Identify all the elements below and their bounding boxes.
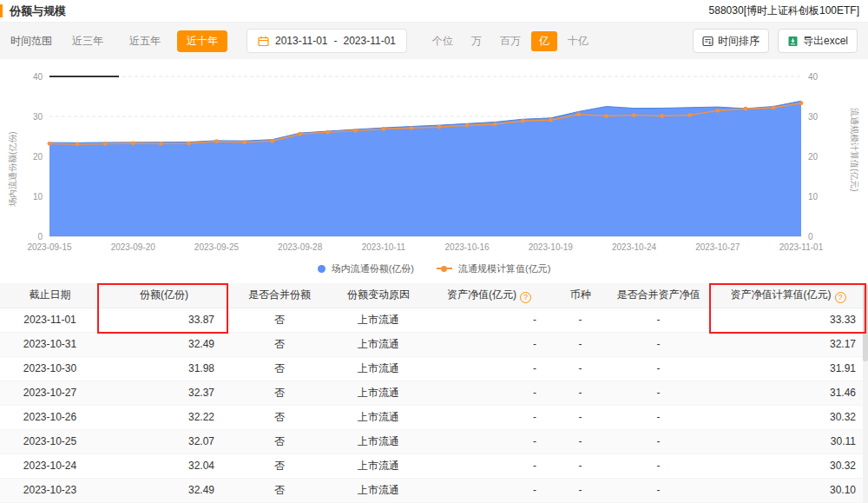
cell-merged-shares: 否 bbox=[228, 478, 331, 502]
column-header-merged-nav: 是否合并资产净值 bbox=[608, 283, 708, 308]
cell-change-reason: 上市流通 bbox=[331, 356, 426, 381]
legend-item-scale[interactable]: 流通规模计算值(亿元) bbox=[437, 262, 550, 275]
time-range-button-1[interactable]: 近五年 bbox=[120, 30, 170, 52]
column-header-end-date: 截止日期 bbox=[0, 283, 100, 308]
column-header-nav: 资产净值(亿元)? bbox=[426, 283, 552, 308]
svg-text:2023-09-20: 2023-09-20 bbox=[111, 242, 156, 252]
page-title: 份额与规模 bbox=[10, 3, 66, 19]
top-bar: 份额与规模 588030[博时上证科创板100ETF] bbox=[0, 0, 868, 23]
cell-shares: 32.37 bbox=[100, 381, 228, 405]
column-header-change-reason: 份额变动原因 bbox=[331, 283, 426, 308]
cell-merged-nav: - bbox=[608, 405, 708, 429]
cell-shares: 32.22 bbox=[100, 405, 228, 429]
cell-merged-nav: - bbox=[608, 453, 708, 478]
cell-end-date: 2023-10-27 bbox=[0, 381, 100, 405]
cell-shares: 32.49 bbox=[100, 332, 228, 356]
column-header-label: 份额变动原因 bbox=[347, 288, 410, 301]
date-end[interactable]: 2023-11-01 bbox=[344, 35, 397, 47]
time-range-button-0[interactable]: 近三年 bbox=[62, 30, 113, 52]
table-row: 2023-10-2332.49否上市流通---30.10 bbox=[0, 478, 868, 502]
time-range-label: 时间范围 bbox=[10, 34, 52, 49]
cell-change-reason: 上市流通 bbox=[331, 478, 426, 502]
cell-end-date: 2023-11-01 bbox=[0, 308, 100, 332]
table-row: 2023-11-0133.87否上市流通---33.33 bbox=[0, 308, 868, 332]
svg-text:40: 40 bbox=[808, 72, 819, 82]
cell-change-reason: 上市流通 bbox=[331, 429, 426, 453]
cell-shares: 32.04 bbox=[100, 453, 228, 478]
cell-currency: - bbox=[552, 453, 608, 478]
cell-change-reason: 上市流通 bbox=[331, 405, 426, 429]
chart-section: 0010102020303040402023-09-152023-09-2020… bbox=[0, 59, 868, 278]
cell-end-date: 2023-10-24 bbox=[0, 453, 100, 478]
unit-button-2[interactable]: 百万 bbox=[492, 31, 529, 51]
column-header-label: 截止日期 bbox=[30, 288, 71, 301]
cell-nav-calc: 30.32 bbox=[708, 405, 868, 429]
scrollbar[interactable] bbox=[863, 283, 868, 503]
export-excel-button[interactable]: 导出excel bbox=[778, 29, 858, 53]
cell-change-reason: 上市流通 bbox=[331, 453, 426, 478]
cell-merged-nav: - bbox=[608, 332, 708, 356]
cell-merged-shares: 否 bbox=[228, 332, 331, 356]
filter-bar: 时间范围 近三年近五年近十年 2013-11-01 - 2023-11-01 个… bbox=[0, 23, 868, 59]
legend-item-shares[interactable]: 场内流通份额(亿份) bbox=[318, 262, 414, 275]
svg-text:2023-09-28: 2023-09-28 bbox=[278, 242, 323, 252]
cell-end-date: 2023-10-23 bbox=[0, 478, 100, 502]
time-range-button-2[interactable]: 近十年 bbox=[177, 30, 227, 52]
cell-nav: - bbox=[426, 453, 552, 478]
cell-nav: - bbox=[426, 478, 552, 502]
cell-merged-shares: 否 bbox=[228, 453, 331, 478]
cell-end-date: 2023-10-26 bbox=[0, 405, 100, 429]
date-range-picker[interactable]: 2013-11-01 - 2023-11-01 bbox=[247, 29, 407, 53]
unit-button-3[interactable]: 亿 bbox=[531, 31, 557, 51]
cell-nav: - bbox=[426, 429, 552, 453]
time-sort-label: 时间排序 bbox=[718, 34, 760, 49]
table-row: 2023-10-3132.49否上市流通---32.17 bbox=[0, 332, 868, 356]
cell-end-date: 2023-10-31 bbox=[0, 332, 100, 356]
svg-text:2023-10-16: 2023-10-16 bbox=[445, 242, 490, 252]
cell-nav-calc: 30.10 bbox=[708, 478, 868, 502]
column-header-label: 是否合并资产净值 bbox=[617, 288, 700, 301]
table-header-row: 截止日期份额(亿份)是否合并份额份额变动原因资产净值(亿元)?币种是否合并资产净… bbox=[0, 283, 868, 308]
unit-button-1[interactable]: 万 bbox=[464, 31, 490, 51]
column-header-shares: 份额(亿份) bbox=[100, 283, 228, 308]
cell-shares: 32.07 bbox=[100, 429, 228, 453]
column-header-nav-calc: 资产净值计算值(亿元)? bbox=[708, 283, 868, 308]
cell-merged-nav: - bbox=[608, 356, 708, 381]
cell-currency: - bbox=[552, 308, 608, 332]
cell-change-reason: 上市流通 bbox=[331, 381, 426, 405]
date-start[interactable]: 2013-11-01 bbox=[275, 35, 328, 47]
cell-currency: - bbox=[552, 405, 608, 429]
table-row: 2023-10-2532.07否上市流通---30.11 bbox=[0, 429, 868, 453]
cell-nav-calc: 31.46 bbox=[708, 381, 868, 405]
cell-merged-shares: 否 bbox=[228, 356, 331, 381]
info-icon[interactable]: ? bbox=[520, 292, 531, 303]
calendar-icon bbox=[258, 36, 269, 47]
cell-shares: 32.49 bbox=[100, 478, 228, 502]
cell-nav: - bbox=[426, 405, 552, 429]
cell-merged-nav: - bbox=[608, 478, 708, 502]
cell-merged-shares: 否 bbox=[228, 308, 331, 332]
export-excel-label: 导出excel bbox=[803, 34, 848, 49]
cell-merged-shares: 否 bbox=[228, 405, 331, 429]
unit-button-0[interactable]: 个位 bbox=[424, 31, 461, 51]
info-icon[interactable]: ? bbox=[835, 292, 846, 303]
svg-text:30: 30 bbox=[808, 112, 819, 122]
cell-shares: 31.98 bbox=[100, 356, 228, 381]
cell-merged-shares: 否 bbox=[228, 429, 331, 453]
svg-text:2023-10-11: 2023-10-11 bbox=[362, 242, 406, 252]
excel-export-icon bbox=[787, 36, 799, 47]
y-axis-label-left: 场内流通份额(亿份) bbox=[7, 131, 19, 207]
time-sort-button[interactable]: 时间排序 bbox=[693, 29, 769, 53]
unit-button-4[interactable]: 十亿 bbox=[560, 31, 596, 51]
cell-nav-calc: 30.11 bbox=[708, 429, 868, 453]
svg-text:2023-09-25: 2023-09-25 bbox=[194, 242, 240, 252]
scrollbar-thumb[interactable] bbox=[863, 285, 868, 361]
legend-label: 流通规模计算值(亿元) bbox=[458, 262, 550, 275]
column-header-label: 资产净值计算值(亿元) bbox=[731, 288, 832, 301]
column-header-label: 资产净值(亿元) bbox=[447, 288, 516, 301]
shares-scale-chart[interactable]: 0010102020303040402023-09-152023-09-2020… bbox=[0, 59, 868, 257]
cell-currency: - bbox=[552, 332, 608, 356]
cell-end-date: 2023-10-25 bbox=[0, 429, 100, 453]
column-header-label: 份额(亿份) bbox=[140, 288, 188, 301]
cell-nav: - bbox=[426, 381, 552, 405]
